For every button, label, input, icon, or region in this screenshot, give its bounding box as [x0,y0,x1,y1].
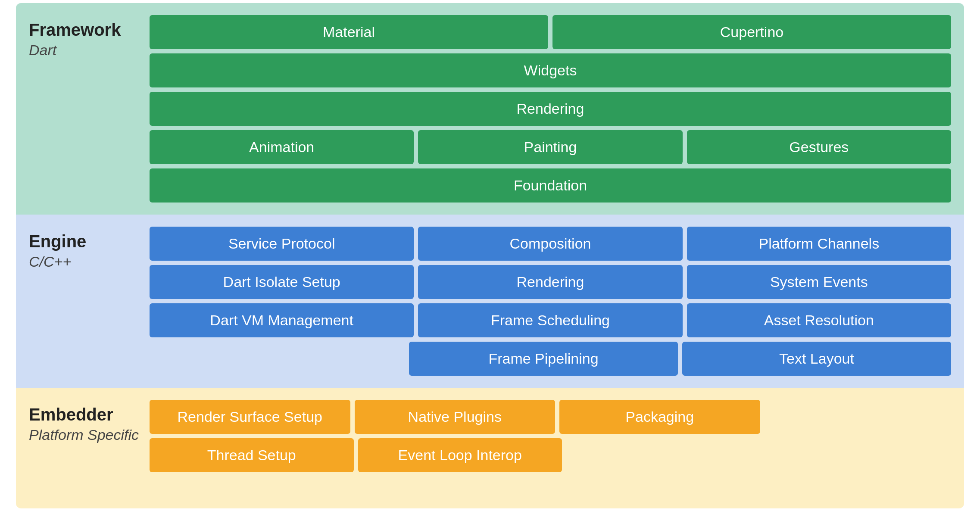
widgets-cell: Widgets [150,53,951,87]
render-surface-cell: Render Surface Setup [150,400,350,434]
frame-pipelining-cell: Frame Pipelining [409,342,678,376]
text-layout-cell: Text Layout [682,342,951,376]
material-cell: Material [150,15,548,49]
framework-subtitle: Dart [29,42,141,59]
animation-cell: Animation [150,130,414,164]
embedder-title: Embedder [29,404,141,425]
frame-scheduling-cell: Frame Scheduling [418,303,682,337]
embedder-label: Embedder Platform Specific [29,400,141,496]
embedder-row-1: Render Surface Setup Native Plugins Pack… [150,400,951,434]
framework-row-1: Material Cupertino [150,15,951,49]
framework-row-3: Rendering [150,92,951,126]
dart-isolate-cell: Dart Isolate Setup [150,265,414,299]
embedder-spacer-3 [761,438,952,472]
embedder-row-2: Thread Setup Event Loop Interop [150,438,951,472]
engine-subtitle: C/C++ [29,253,141,270]
asset-resolution-cell: Asset Resolution [687,303,951,337]
rendering-cell-eng: Rendering [418,265,682,299]
engine-content: Service Protocol Composition Platform Ch… [150,227,951,376]
rendering-cell-fw: Rendering [150,92,951,126]
framework-layer: Framework Dart Material Cupertino Widget… [16,3,964,215]
system-events-cell: System Events [687,265,951,299]
embedder-layer: Embedder Platform Specific Render Surfac… [16,388,964,508]
engine-row-3: Dart VM Management Frame Scheduling Asse… [150,303,951,337]
engine-row-1: Service Protocol Composition Platform Ch… [150,227,951,261]
framework-title: Framework [29,19,141,40]
thread-setup-cell: Thread Setup [150,438,354,472]
dart-vm-cell: Dart VM Management [150,303,414,337]
cupertino-cell: Cupertino [552,15,951,49]
packaging-cell: Packaging [559,400,760,434]
framework-content: Material Cupertino Widgets Rendering Ani… [150,15,951,203]
framework-row-5: Foundation [150,168,951,203]
engine-title: Engine [29,231,141,252]
embedder-spacer-1 [765,400,952,434]
framework-row-2: Widgets [150,53,951,87]
painting-cell: Painting [418,130,682,164]
embedder-subtitle: Platform Specific [29,427,141,443]
native-plugins-cell: Native Plugins [355,400,556,434]
engine-label: Engine C/C++ [29,227,141,376]
foundation-cell: Foundation [150,168,951,203]
embedder-content: Render Surface Setup Native Plugins Pack… [150,400,951,496]
engine-row-2: Dart Isolate Setup Rendering System Even… [150,265,951,299]
framework-label: Framework Dart [29,15,141,203]
composition-cell: Composition [418,227,682,261]
engine-row-4: Frame Pipelining Text Layout [150,342,951,376]
flutter-architecture-diagram: Framework Dart Material Cupertino Widget… [16,3,964,508]
gestures-cell: Gestures [687,130,951,164]
framework-row-4: Animation Painting Gestures [150,130,951,164]
event-loop-cell: Event Loop Interop [358,438,562,472]
embedder-spacer-2 [566,438,757,472]
engine-layer: Engine C/C++ Service Protocol Compositio… [16,215,964,388]
platform-channels-cell: Platform Channels [687,227,951,261]
service-protocol-cell: Service Protocol [150,227,414,261]
